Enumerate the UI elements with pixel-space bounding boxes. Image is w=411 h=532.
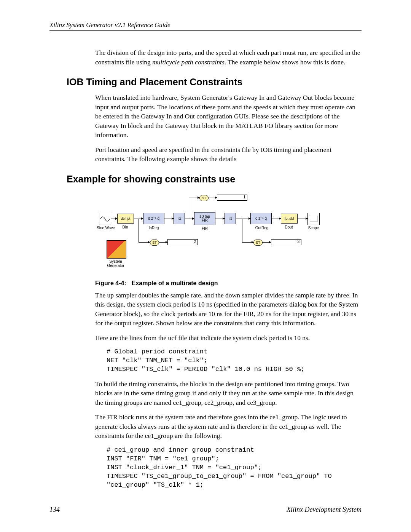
inreg-block: d z⁻¹ q (143, 213, 164, 224)
iob-block: When translated into hardware, System Ge… (95, 93, 362, 164)
figure-number: Figure 4-4: (95, 280, 126, 286)
cap-3: 3 (271, 239, 301, 245)
arrow (189, 198, 199, 198)
fir-block: 10 tap FIR (194, 212, 215, 225)
fpt-dbl-block: fpt dbl (281, 214, 298, 224)
sysgen-label-top: System (109, 259, 122, 264)
intro-paragraph: The division of the design into parts, a… (95, 48, 362, 67)
figure-title: Example of a multirate design (132, 280, 218, 286)
sysgen-label-bot: Generator (107, 264, 124, 268)
dbl-fpt-block: dbl fpt (117, 214, 134, 224)
sine-wave-block (99, 213, 111, 225)
downsample-block: ↓3 (225, 213, 236, 224)
arrow (215, 219, 225, 219)
arrow (272, 219, 281, 219)
cap-1: 1 (217, 195, 247, 201)
arrow (263, 242, 271, 243)
document-page: Xilinx System Generator v2.1 Reference G… (0, 0, 411, 532)
arrow (185, 219, 194, 219)
page-footer: 134 Xilinx Development System (49, 506, 362, 514)
page-header: Xilinx System Generator v2.1 Reference G… (49, 21, 362, 31)
heading-iob: IOB Timing and Placement Constraints (67, 77, 362, 88)
sysgen-block (107, 240, 126, 259)
fir-label: FIR (200, 227, 209, 231)
vline (139, 219, 139, 242)
upsample-block: ↑2 (174, 213, 185, 224)
multirate-diagram: Sine Wave dbl fpt Din d z⁻¹ q InReg ↑2 1… (99, 191, 323, 275)
scope-block (307, 213, 320, 225)
sine-icon (100, 214, 110, 224)
scope-label: Scope (307, 226, 320, 230)
fir-top-text: 10 tap (199, 215, 210, 219)
iob-paragraph-1: When translated into hardware, System Ge… (95, 93, 362, 140)
inreg-label: InReg (147, 226, 161, 230)
upsampler-paragraph: The up sampler doubles the sample rate, … (95, 291, 362, 328)
figure-block: Sine Wave dbl fpt Din d z⁻¹ q InReg ↑2 1… (95, 191, 362, 287)
iob-paragraph-2: Port location and speed are specified in… (95, 145, 362, 164)
intro-block: The division of the design into parts, a… (95, 48, 362, 67)
outreg-block: d z⁻¹ q (250, 213, 272, 224)
fir-bot-text: FIR (202, 219, 208, 222)
code-block-2: # ce1_group and inner group constraint I… (107, 446, 362, 490)
st-box-2: ST (150, 240, 159, 246)
sysgen-label: System Generator (104, 259, 128, 268)
vline (242, 219, 242, 242)
outreg-label: OutReg (254, 226, 269, 230)
vline (189, 198, 189, 219)
st-box-1: ST (199, 195, 209, 201)
arrow (209, 198, 217, 198)
arrow (242, 242, 253, 243)
arrow (298, 219, 307, 219)
st-box-3: ST (253, 240, 263, 246)
arrow (139, 242, 150, 243)
sine-wave-label: Sine Wave (97, 226, 115, 230)
heading-example: Example for showing constraints use (67, 174, 362, 185)
footer-system-name: Xilinx Development System (287, 506, 362, 514)
ucf-intro-paragraph: Here are the lines from the ucf file tha… (95, 333, 362, 343)
post-figure-block: The up sampler doubles the sample rate, … (95, 291, 362, 490)
figure-caption: Figure 4-4:Example of a multirate design (95, 280, 362, 287)
page-number: 134 (49, 506, 60, 514)
arrow (159, 242, 167, 243)
code-block-1: # Global period constraint NET "clk" TNM… (107, 348, 362, 374)
intro-tail: . The example below shows how this is do… (225, 58, 346, 66)
arrow (164, 219, 174, 219)
timing-groups-paragraph: To build the timing constraints, the blo… (95, 379, 362, 407)
arrow (236, 219, 250, 219)
dout-label: Dout (283, 225, 295, 229)
intro-emphasis: multicycle path constraints (152, 58, 225, 66)
cap-2: 2 (167, 239, 198, 245)
fir-group-paragraph: The FIR block runs at the system rate an… (95, 412, 362, 441)
din-label: Din (119, 225, 131, 229)
arrow (111, 219, 117, 219)
